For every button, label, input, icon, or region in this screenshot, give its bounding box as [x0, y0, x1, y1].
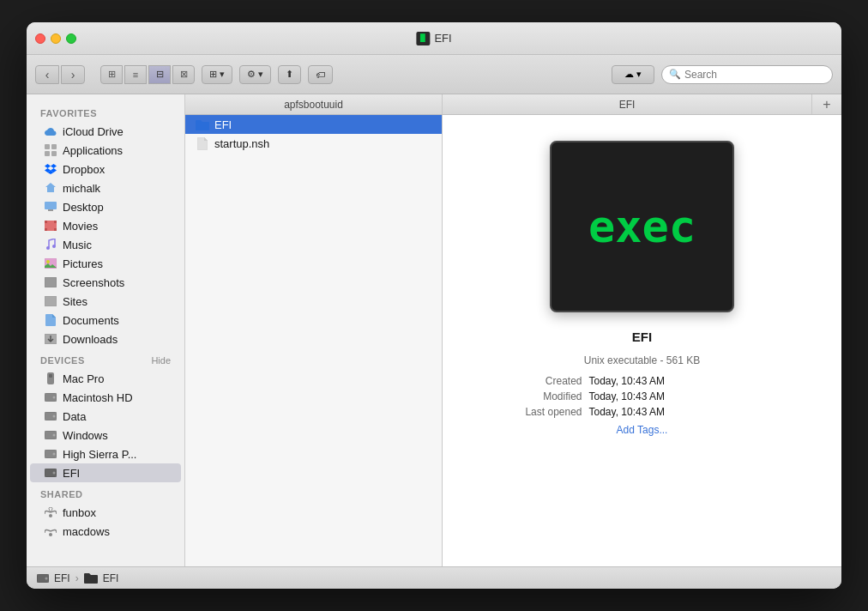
tag-icon: 🏷 — [316, 70, 325, 80]
created-label: Created — [514, 375, 582, 387]
file-item-efi[interactable]: EFI — [185, 115, 442, 134]
data-hdd-icon — [44, 409, 57, 423]
list-view-button[interactable]: ≡ — [124, 65, 147, 84]
left-column-header-label: apfsbootuuid — [284, 99, 343, 111]
sidebar-item-applications[interactable]: Applications — [30, 141, 181, 160]
preview-thumbnail: exec — [550, 141, 734, 312]
sidebar-item-dropbox[interactable]: Dropbox — [30, 160, 181, 178]
macintoshhd-label: Macintosh HD — [63, 391, 133, 404]
view-buttons: ⊞ ≡ ⊟ ⊠ — [100, 65, 195, 84]
sidebar-item-documents[interactable]: Documents — [30, 311, 181, 330]
add-tags-button[interactable]: Add Tags... — [617, 424, 668, 436]
sidebar-item-desktop[interactable]: Desktop — [30, 197, 181, 216]
movies-icon — [44, 219, 57, 233]
created-row: Created Today, 10:43 AM — [514, 375, 771, 387]
sidebar-item-macdows[interactable]: macdows — [30, 522, 181, 541]
traffic-lights — [35, 33, 76, 44]
svg-rect-0 — [45, 144, 50, 149]
sidebar-item-data[interactable]: Data — [30, 407, 181, 426]
titlebar: ▉ EFI — [27, 22, 841, 55]
tag-button[interactable]: 🏷 — [308, 65, 333, 84]
macdows-icon — [44, 524, 57, 538]
svg-rect-21 — [45, 296, 57, 306]
close-button[interactable] — [35, 33, 45, 44]
sidebar-item-highsierra[interactable]: High Sierra P... — [30, 445, 181, 463]
icon-view-button[interactable]: ⊞ — [100, 65, 123, 84]
file-item-startup[interactable]: startup.nsh — [185, 134, 442, 153]
highsierra-label: High Sierra P... — [63, 448, 136, 461]
browser-area: apfsbootuuid EFI + EFI — [185, 94, 841, 566]
sidebar-item-downloads[interactable]: Downloads — [30, 330, 181, 348]
startup-label: startup.nsh — [214, 137, 269, 150]
network-icon — [44, 505, 57, 519]
sidebar-item-sites[interactable]: Sites — [30, 292, 181, 311]
sidebar-item-funbox[interactable]: funbox — [30, 503, 181, 522]
svg-rect-9 — [45, 202, 57, 209]
nav-buttons: ‹ › — [35, 65, 85, 84]
add-column-button[interactable]: + — [812, 94, 841, 114]
arrange-button[interactable]: ⊞ ▾ — [202, 65, 232, 84]
cloud-button[interactable]: ☁ ▾ — [612, 65, 654, 84]
svg-marker-5 — [51, 164, 57, 168]
svg-point-28 — [53, 415, 56, 418]
sidebar-item-michalk[interactable]: michalk — [30, 178, 181, 197]
macdows-label: macdows — [63, 525, 110, 538]
column-view-button[interactable]: ⊟ — [148, 65, 171, 84]
sidebar-item-music[interactable]: Music — [30, 235, 181, 254]
minimize-button[interactable] — [51, 33, 61, 44]
sidebar-item-movies[interactable]: Movies — [30, 216, 181, 235]
efi-file-label: EFI — [214, 118, 232, 131]
sidebar-item-screenshots[interactable]: Screenshots — [30, 273, 181, 292]
shared-header: Shared — [27, 482, 184, 503]
music-label: Music — [63, 239, 92, 251]
left-column-header[interactable]: apfsbootuuid — [185, 94, 443, 114]
sidebar-item-efi[interactable]: EFI — [30, 463, 181, 482]
right-column-header[interactable]: EFI — [443, 94, 812, 114]
svg-point-35 — [49, 514, 52, 517]
sidebar-item-macpro[interactable]: Mac Pro — [30, 369, 181, 388]
favorites-header: Favorites — [27, 101, 184, 122]
last-opened-row: Last opened Today, 10:43 AM — [514, 406, 771, 418]
devices-label: Devices — [40, 355, 85, 366]
cover-view-button[interactable]: ⊠ — [172, 65, 195, 84]
finder-window: ▉ EFI ‹ › ⊞ ≡ ⊟ ⊠ ⊞ ▾ ⚙ ▾ ⬆ 🏷 — [27, 22, 841, 589]
search-input[interactable] — [684, 69, 825, 81]
columns-container: EFI startup.nsh exec EFI Unix ex — [185, 115, 841, 566]
dropbox-icon — [44, 162, 57, 176]
sidebar-item-icloud[interactable]: iCloud Drive — [30, 122, 181, 141]
sidebar-item-macintoshhd[interactable]: Macintosh HD — [30, 388, 181, 407]
folder-icon — [196, 118, 209, 131]
pictures-icon — [44, 257, 57, 270]
search-box[interactable]: 🔍 — [661, 65, 833, 84]
applications-label: Applications — [63, 144, 123, 157]
svg-point-34 — [53, 472, 56, 475]
funbox-label: funbox — [63, 506, 96, 519]
sidebar-item-windows[interactable]: Windows — [30, 426, 181, 445]
macpro-label: Mac Pro — [63, 372, 104, 385]
breadcrumb-efi-device-icon — [37, 574, 49, 583]
devices-hide-button[interactable]: Hide — [151, 355, 171, 366]
forward-button[interactable]: › — [61, 65, 85, 84]
maximize-button[interactable] — [66, 33, 76, 44]
windows-icon — [44, 428, 57, 442]
breadcrumb-efi-folder[interactable]: EFI — [103, 572, 119, 584]
arrange-icon: ⊞ — [209, 69, 217, 80]
screenshots-icon — [44, 275, 57, 289]
preview-filename: EFI — [632, 330, 652, 344]
share-button[interactable]: ⬆ — [278, 65, 301, 84]
bottom-bar: EFI › EFI — [27, 566, 841, 589]
svg-rect-2 — [45, 151, 50, 156]
last-opened-value: Today, 10:43 AM — [589, 406, 666, 418]
action-button[interactable]: ⚙ ▾ — [239, 65, 271, 84]
svg-point-30 — [53, 434, 56, 437]
desktop-icon — [44, 200, 57, 214]
home-icon — [44, 181, 57, 195]
apps-icon — [44, 143, 57, 157]
efi-sidebar-label: EFI — [63, 467, 80, 480]
svg-point-26 — [53, 396, 56, 399]
svg-marker-4 — [45, 164, 51, 168]
breadcrumb-efi-device[interactable]: EFI — [54, 572, 70, 584]
devices-header: Devices Hide — [27, 348, 184, 369]
back-button[interactable]: ‹ — [35, 65, 59, 84]
sidebar-item-pictures[interactable]: Pictures — [30, 254, 181, 273]
